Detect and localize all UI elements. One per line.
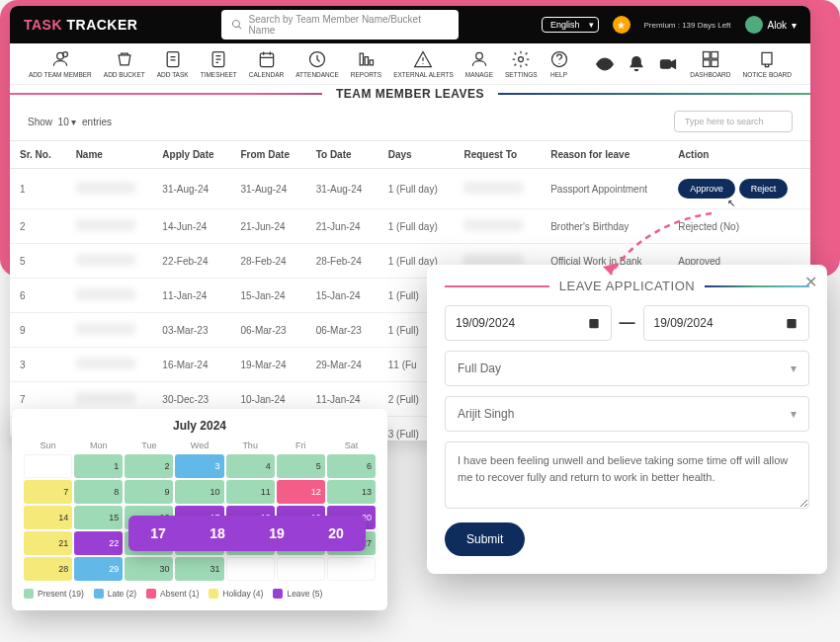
calendar-grid: SunMonTueWedThuFriSat1234567891011121314… bbox=[24, 439, 376, 581]
avatar bbox=[745, 16, 763, 34]
tool-notice-board[interactable]: NOTICE BOARD bbox=[738, 49, 797, 78]
calendar-weekday: Wed bbox=[175, 439, 223, 452]
to-date-input[interactable]: 19/09/2024 bbox=[643, 305, 810, 341]
svg-rect-13 bbox=[703, 60, 710, 67]
table-header: Name bbox=[66, 141, 153, 169]
tool-dashboard[interactable]: DASHBOARD bbox=[685, 49, 735, 78]
svg-rect-10 bbox=[661, 59, 671, 67]
calendar-day[interactable]: 28 bbox=[24, 557, 72, 581]
entries-selector[interactable]: Show 10 ▾ entries bbox=[28, 117, 112, 127]
calendar-day[interactable]: 22 bbox=[74, 531, 123, 555]
cursor-icon: ↖ bbox=[727, 198, 737, 211]
language-selector[interactable]: English bbox=[542, 17, 599, 33]
app-logo: TASK TRACKER bbox=[24, 17, 137, 33]
tool-calendar[interactable]: CALENDAR bbox=[244, 49, 289, 78]
svg-rect-11 bbox=[703, 52, 710, 59]
calendar-day[interactable]: 5 bbox=[277, 454, 325, 478]
logo-tracker: TRACKER bbox=[66, 17, 137, 33]
calendar-day[interactable]: 6 bbox=[327, 454, 376, 478]
from-date-input[interactable]: 19/09/2024 bbox=[445, 305, 612, 341]
calendar-weekday: Fri bbox=[277, 439, 325, 452]
calendar-day[interactable]: 11 bbox=[226, 480, 275, 504]
tool-video[interactable] bbox=[653, 54, 683, 74]
request-to-select[interactable]: Arijit Singh bbox=[445, 396, 809, 432]
approve-button[interactable]: Approve bbox=[678, 179, 735, 199]
calendar-day[interactable]: 9 bbox=[125, 480, 173, 504]
tool-add-team-member[interactable]: ADD TEAM MEMBER bbox=[24, 49, 97, 78]
reject-button[interactable]: Reject bbox=[739, 179, 789, 199]
calendar-weekday: Thu bbox=[226, 439, 275, 452]
tool-add-task[interactable]: ADD TASK bbox=[152, 49, 194, 78]
submit-button[interactable]: Submit bbox=[445, 522, 525, 556]
table-header: Reason for leave bbox=[541, 141, 668, 169]
page-title-row: TEAM MEMBER LEAVES bbox=[10, 85, 810, 103]
calendar-day[interactable] bbox=[24, 454, 72, 478]
calendar-day[interactable]: 30 bbox=[125, 557, 173, 581]
calendar-day[interactable]: 21 bbox=[24, 531, 72, 555]
user-name: Alok bbox=[768, 20, 787, 31]
star-icon: ★ bbox=[613, 16, 630, 34]
user-menu[interactable]: Alok ▾ bbox=[745, 16, 797, 34]
calendar-title: July 2024 bbox=[24, 419, 376, 433]
calendar-day[interactable] bbox=[277, 557, 325, 581]
table-controls: Show 10 ▾ entries Type here to search bbox=[10, 103, 810, 140]
search-input[interactable]: Search by Team Member Name/Bucket Name bbox=[221, 10, 459, 40]
legend-item: Present (19) bbox=[24, 589, 84, 599]
calendar-icon bbox=[785, 316, 798, 330]
calendar-day[interactable]: 31 bbox=[175, 557, 223, 581]
calendar-weekday: Tue bbox=[125, 439, 173, 452]
tool-timesheet[interactable]: TIMESHEET bbox=[196, 49, 242, 78]
logo-task: TASK bbox=[24, 17, 62, 33]
search-placeholder: Search by Team Member Name/Bucket Name bbox=[249, 14, 449, 36]
search-icon bbox=[231, 19, 243, 31]
tool-eye[interactable] bbox=[590, 54, 620, 74]
tool-bell[interactable] bbox=[622, 54, 651, 74]
calendar-day[interactable]: 1 bbox=[74, 454, 123, 478]
tool-attendance[interactable]: ATTENDANCE bbox=[291, 49, 344, 78]
search-wrap: Search by Team Member Name/Bucket Name bbox=[151, 10, 528, 40]
calendar-day[interactable] bbox=[327, 557, 376, 581]
table-row: 214-Jun-2421-Jun-2421-Jun-241 (Full day)… bbox=[10, 209, 810, 244]
calendar-day[interactable]: 8 bbox=[74, 480, 123, 504]
date-row: 19/09/2024 — 19/09/2024 bbox=[445, 305, 809, 341]
legend-item: Holiday (4) bbox=[209, 589, 263, 599]
tool-settings[interactable]: SETTINGS bbox=[500, 49, 543, 78]
table-search[interactable]: Type here to search bbox=[674, 111, 793, 132]
table-header: Days bbox=[378, 141, 455, 169]
calendar-day[interactable]: 14 bbox=[24, 506, 72, 529]
calendar-day[interactable]: 15 bbox=[74, 506, 123, 529]
legend-item: Late (2) bbox=[94, 589, 136, 599]
date-dash: — bbox=[620, 314, 635, 332]
tool-help[interactable]: HELP bbox=[545, 49, 574, 78]
reason-textarea[interactable] bbox=[445, 441, 809, 509]
close-icon[interactable]: ✕ bbox=[804, 273, 817, 291]
calendar-day[interactable]: 7 bbox=[24, 480, 72, 504]
calendar-day[interactable]: 29 bbox=[74, 557, 123, 581]
svg-point-6 bbox=[476, 52, 483, 59]
calendar-day[interactable]: 13 bbox=[327, 480, 376, 504]
calendar-day[interactable]: 10 bbox=[175, 480, 223, 504]
calendar-card: July 2024 SunMonTueWedThuFriSat123456789… bbox=[12, 409, 387, 610]
tool-add-bucket[interactable]: ADD BUCKET bbox=[99, 49, 150, 78]
calendar-day[interactable]: 4 bbox=[226, 454, 275, 478]
table-header: Request To bbox=[454, 141, 541, 169]
table-header: From Date bbox=[231, 141, 306, 169]
calendar-day[interactable]: 3 bbox=[175, 454, 223, 478]
legend-item: Absent (1) bbox=[146, 589, 199, 599]
calendar-weekday: Mon bbox=[74, 439, 123, 452]
tool-manage[interactable]: MANAGE bbox=[461, 49, 498, 78]
tool-reports[interactable]: REPORTS bbox=[346, 49, 386, 78]
calendar-day[interactable]: 12 bbox=[277, 480, 325, 504]
tool-external-alerts[interactable]: EXTERNAL ALERTS bbox=[388, 49, 459, 78]
svg-rect-16 bbox=[787, 319, 796, 328]
svg-rect-12 bbox=[712, 52, 718, 59]
calendar-day[interactable]: 2 bbox=[125, 454, 173, 478]
table-header: To Date bbox=[306, 141, 378, 169]
table-header: Sr. No. bbox=[10, 141, 66, 169]
svg-rect-14 bbox=[712, 60, 718, 67]
calendar-day[interactable] bbox=[226, 557, 275, 581]
modal-header: LEAVE APPLICATION bbox=[445, 279, 809, 293]
gradient-divider: TEAM MEMBER LEAVES bbox=[10, 93, 810, 95]
svg-rect-4 bbox=[260, 53, 273, 66]
day-type-select[interactable]: Full Day bbox=[445, 351, 809, 386]
